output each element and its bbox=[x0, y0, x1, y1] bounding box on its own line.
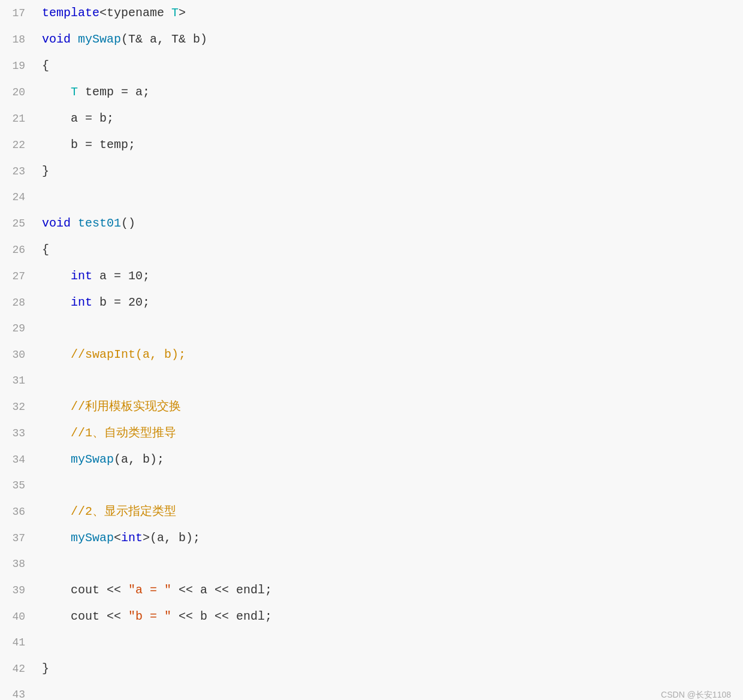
line-number: 24 bbox=[0, 185, 36, 210]
code-line: 38 bbox=[0, 551, 743, 577]
line-content: { bbox=[36, 53, 743, 79]
line-number: 30 bbox=[0, 342, 36, 368]
line-number: 43 bbox=[0, 682, 36, 700]
code-line: 20 T temp = a; bbox=[0, 79, 743, 105]
line-content: //swapInt(a, b); bbox=[36, 342, 743, 367]
line-number: 23 bbox=[0, 159, 36, 185]
line-content: mySwap(a, b); bbox=[36, 446, 743, 472]
line-content: void mySwap(T& a, T& b) bbox=[36, 26, 743, 52]
line-number: 39 bbox=[0, 578, 36, 604]
code-line: 39 cout << "a = " << a << endl; bbox=[0, 577, 743, 604]
code-line: 24 bbox=[0, 185, 743, 210]
line-number: 32 bbox=[0, 394, 36, 420]
code-line: 18void mySwap(T& a, T& b) bbox=[0, 26, 743, 53]
code-line: 41 bbox=[0, 630, 743, 656]
line-content: int b = 20; bbox=[36, 289, 743, 315]
line-content: cout << "a = " << a << endl; bbox=[36, 577, 743, 603]
code-line: 25void test01() bbox=[0, 210, 743, 237]
line-number: 22 bbox=[0, 132, 36, 158]
line-content: void test01() bbox=[36, 210, 743, 236]
code-line: 36 //2、显示指定类型 bbox=[0, 499, 743, 525]
line-content: cout << "b = " << b << endl; bbox=[36, 604, 743, 629]
line-content: a = b; bbox=[36, 105, 743, 131]
code-line: 40 cout << "b = " << b << endl; bbox=[0, 604, 743, 630]
line-number: 28 bbox=[0, 290, 36, 316]
line-content: T temp = a; bbox=[36, 79, 743, 105]
watermark: CSDN @长安1108 bbox=[661, 690, 731, 700]
line-number: 27 bbox=[0, 264, 36, 289]
line-content: //2、显示指定类型 bbox=[36, 499, 743, 524]
line-content: template<typename T> bbox=[36, 0, 743, 26]
code-lines: 17template<typename T>18void mySwap(T& a… bbox=[0, 0, 743, 700]
code-line: 37 mySwap<int>(a, b); bbox=[0, 525, 743, 551]
code-line: 30 //swapInt(a, b); bbox=[0, 342, 743, 368]
code-line: 17template<typename T> bbox=[0, 0, 743, 26]
line-number: 20 bbox=[0, 80, 36, 105]
code-line: 34 mySwap(a, b); bbox=[0, 446, 743, 473]
code-editor: 17template<typename T>18void mySwap(T& a… bbox=[0, 0, 743, 700]
code-line: 31 bbox=[0, 368, 743, 394]
line-number: 21 bbox=[0, 106, 36, 132]
line-number: 26 bbox=[0, 237, 36, 263]
line-number: 35 bbox=[0, 473, 36, 499]
line-number: 33 bbox=[0, 421, 36, 446]
line-number: 34 bbox=[0, 447, 36, 473]
line-content: b = temp; bbox=[36, 132, 743, 158]
line-content: mySwap<int>(a, b); bbox=[36, 525, 743, 551]
line-number: 38 bbox=[0, 551, 36, 577]
line-content: } bbox=[36, 656, 743, 681]
line-number: 40 bbox=[0, 604, 36, 630]
line-content: { bbox=[36, 237, 743, 262]
code-line: 23} bbox=[0, 158, 743, 185]
code-line: 19{ bbox=[0, 53, 743, 79]
line-content: //1、自动类型推导 bbox=[36, 420, 743, 446]
line-content: } bbox=[36, 158, 743, 184]
line-number: 37 bbox=[0, 526, 36, 551]
line-number: 31 bbox=[0, 368, 36, 394]
line-number: 41 bbox=[0, 630, 36, 656]
line-number: 25 bbox=[0, 211, 36, 237]
code-line: 43 bbox=[0, 682, 743, 700]
line-number: 42 bbox=[0, 656, 36, 682]
line-number: 18 bbox=[0, 27, 36, 53]
line-number: 29 bbox=[0, 316, 36, 342]
code-line: 33 //1、自动类型推导 bbox=[0, 420, 743, 446]
line-content: //利用模板实现交换 bbox=[36, 394, 743, 420]
code-line: 28 int b = 20; bbox=[0, 289, 743, 316]
code-line: 32 //利用模板实现交换 bbox=[0, 394, 743, 420]
code-line: 21 a = b; bbox=[0, 105, 743, 132]
code-line: 29 bbox=[0, 316, 743, 342]
code-line: 27 int a = 10; bbox=[0, 263, 743, 289]
line-number: 36 bbox=[0, 499, 36, 525]
code-line: 35 bbox=[0, 473, 743, 499]
code-line: 26{ bbox=[0, 237, 743, 263]
code-line: 22 b = temp; bbox=[0, 132, 743, 158]
line-number: 17 bbox=[0, 1, 36, 26]
line-content: int a = 10; bbox=[36, 263, 743, 289]
code-line: 42} bbox=[0, 656, 743, 682]
line-number: 19 bbox=[0, 53, 36, 79]
